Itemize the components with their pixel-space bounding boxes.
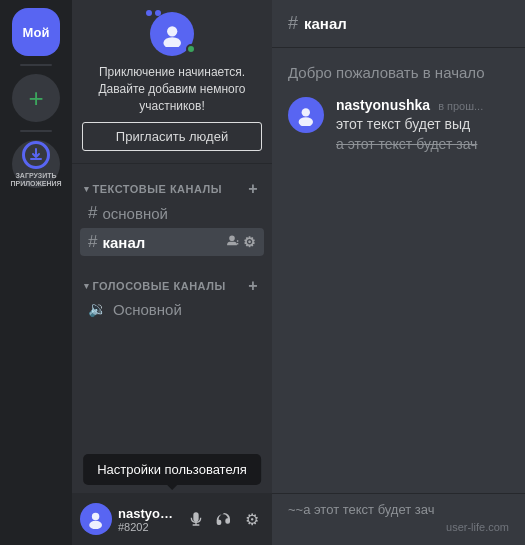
welcome-avatar-area — [142, 12, 202, 56]
welcome-box: Приключение начинается. Давайте добавим … — [72, 0, 272, 164]
user-controls: ⚙ — [184, 507, 264, 531]
invite-button[interactable]: Пригласить людей — [82, 122, 262, 151]
msg-line1: этот текст будет выд — [336, 116, 470, 132]
svg-point-4 — [302, 108, 310, 116]
manage-users-icon[interactable] — [225, 234, 239, 251]
msg-header: nastyonushka в прош... — [336, 97, 509, 113]
download-icon — [22, 141, 50, 169]
user-avatar — [80, 503, 112, 535]
voice-chevron-icon: ▾ — [84, 281, 90, 291]
download-label: ЗАГРУЗИТЬПРИЛОЖЕНИЯ — [10, 172, 61, 187]
settings-gear-icon[interactable]: ⚙ — [243, 234, 256, 250]
text-channels-header[interactable]: ▾ ТЕКСТОВЫЕ КАНАЛЫ + — [80, 180, 264, 198]
bottom-text: ~~а этот текст будет зач — [288, 502, 509, 517]
msg-text-line1: этот текст будет выд — [336, 115, 509, 135]
voice-channels-header-left: ▾ ГОЛОСОВЫЕ КАНАЛЫ — [84, 280, 226, 292]
channel-item-osnov[interactable]: # основной — [80, 199, 264, 227]
msg-text-line2: а этот текст будет зач — [336, 135, 509, 155]
channel-name-osnov: основной — [102, 205, 167, 222]
voice-channels-header[interactable]: ▾ ГОЛОСОВЫЕ КАНАЛЫ + — [80, 277, 264, 295]
icon-bar: Мой + ЗАГРУЗИТЬПРИЛОЖЕНИЯ — [0, 0, 72, 545]
user-info: nastyonushka #8202 — [118, 506, 178, 533]
chevron-down-icon: ▾ — [84, 184, 90, 194]
voice-channels-label: ГОЛОСОВЫЕ КАНАЛЫ — [93, 280, 226, 292]
user-discriminator: #8202 — [118, 521, 178, 533]
text-channels-label: ТЕКСТОВЫЕ КАНАЛЫ — [93, 183, 223, 195]
volume-icon: 🔉 — [88, 300, 107, 318]
msg-username: nastyonushka — [336, 97, 430, 113]
channel-list: ▾ ТЕКСТОВЫЕ КАНАЛЫ + # основной # канал — [72, 164, 272, 493]
text-channels-category: ▾ ТЕКСТОВЫЕ КАНАЛЫ + # основной # канал — [72, 164, 272, 261]
icon-bar-divider — [20, 64, 52, 66]
channel-item-kanal[interactable]: # канал ⚙ — [80, 228, 264, 256]
msg-content: nastyonushka в прош... этот текст будет … — [336, 97, 509, 154]
svg-point-3 — [90, 521, 103, 528]
channel-icons: ⚙ — [225, 234, 256, 251]
welcome-text: Приключение начинается. Давайте добавим … — [82, 64, 262, 114]
chat-header: # канал — [272, 0, 525, 48]
chat-message: nastyonushka в прош... этот текст будет … — [288, 97, 509, 154]
channel-name-voice-osnov: Основной — [113, 301, 182, 318]
svg-point-0 — [167, 26, 177, 36]
text-channels-header-left: ▾ ТЕКСТОВЫЕ КАНАЛЫ — [84, 183, 222, 195]
svg-point-1 — [163, 37, 181, 47]
chat-welcome-msg: Добро пожаловать в начало — [288, 64, 509, 81]
user-settings-button[interactable]: ⚙ — [240, 507, 264, 531]
mute-microphone-button[interactable] — [184, 507, 208, 531]
icon-bar-divider-2 — [20, 130, 52, 132]
headset-button[interactable] — [212, 507, 236, 531]
chat-channel-name: канал — [304, 15, 347, 32]
username: nastyonushka — [118, 506, 178, 521]
msg-line2-strikethrough: а этот текст будет зач — [336, 136, 477, 152]
plus-icon: + — [28, 85, 43, 111]
dot-small-1 — [146, 10, 152, 16]
hash-icon: # — [88, 203, 97, 223]
download-app-button[interactable]: ЗАГРУЗИТЬПРИЛОЖЕНИЯ — [12, 140, 60, 188]
channel-sidebar: Приключение начинается. Давайте добавим … — [72, 0, 272, 545]
online-dot — [186, 44, 196, 54]
channel-name-kanal: канал — [102, 234, 145, 251]
watermark: user-life.com — [288, 521, 509, 533]
user-area: Настройки пользователя nastyonushka #820… — [72, 493, 272, 545]
msg-timestamp: в прош... — [438, 100, 483, 112]
chat-body: Добро пожаловать в начало nastyonushka в… — [272, 48, 525, 493]
svg-point-5 — [299, 117, 313, 125]
add-text-channel-button[interactable]: + — [246, 180, 260, 198]
add-server-button[interactable]: + — [12, 74, 60, 122]
chat-hash-icon: # — [288, 13, 298, 34]
home-label: Мой — [23, 25, 50, 40]
channel-item-voice-osnov[interactable]: 🔉 Основной — [80, 296, 264, 322]
main-chat: # канал Добро пожаловать в начало nastyo… — [272, 0, 525, 545]
add-voice-channel-button[interactable]: + — [246, 277, 260, 295]
bottom-bar: ~~а этот текст будет зач user-life.com — [272, 493, 525, 545]
voice-channels-category: ▾ ГОЛОСОВЫЕ КАНАЛЫ + 🔉 Основной — [72, 261, 272, 327]
svg-point-2 — [92, 513, 99, 520]
hash-icon-kanal: # — [88, 232, 97, 252]
home-button[interactable]: Мой — [12, 8, 60, 56]
msg-avatar — [288, 97, 324, 133]
